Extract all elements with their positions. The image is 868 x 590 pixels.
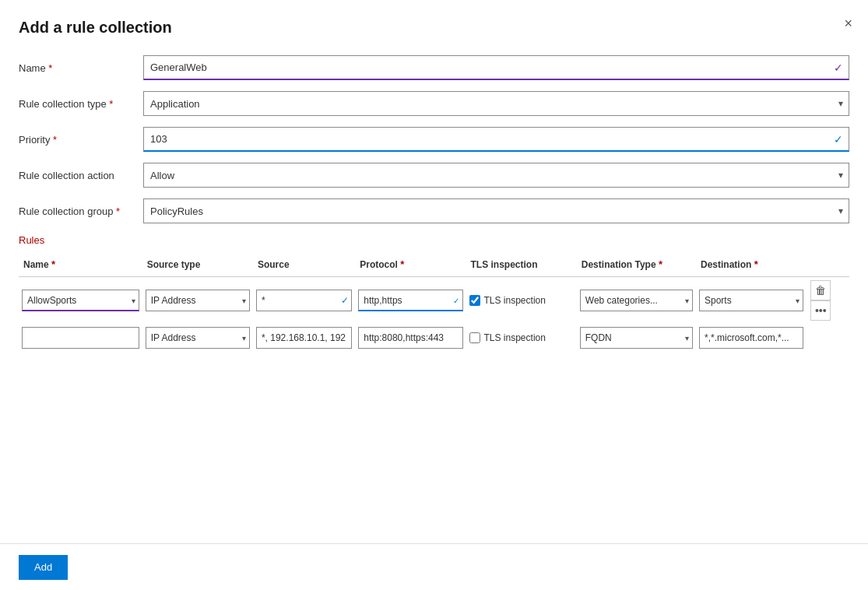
priority-label: Priority * [19,134,143,146]
rules-section-label: Rules [19,234,849,246]
col-header-source-type: Source type [142,255,253,277]
row1-source-cell: ✓ [253,277,355,325]
row2-name-input[interactable] [22,327,139,349]
row1-delete-button[interactable]: 🗑 [810,280,831,300]
row2-dest-type-cell: FQDN Web categories... ▾ [577,324,696,352]
rule-collection-action-label: Rule collection action [19,170,143,181]
dialog-title: Add a rule collection [19,19,849,37]
rules-header-row: Name * Source type Source Protocol * TLS… [19,255,849,277]
row1-tls-cell: TLS inspection [466,277,577,325]
row1-dest-select[interactable]: Sports [699,290,803,311]
row1-dest-type-wrap: Web categories... FQDN ▾ [580,290,693,311]
table-row: AllowSports ▾ IP Address ▾ [19,277,849,325]
row2-source-type-select[interactable]: IP Address [146,327,250,349]
row2-source-type-wrap: IP Address ▾ [146,327,250,349]
rule-collection-group-label: Rule collection group * [19,205,143,217]
col-header-dest-type: Destination Type * [577,255,696,277]
row2-actions-cell [807,324,849,352]
rule-collection-action-row: Rule collection action Allow Deny ▾ [19,163,849,188]
row2-dest-input[interactable] [699,327,803,349]
row1-more-button[interactable]: ••• [810,300,831,321]
name-row: Name * ✓ [19,55,849,80]
rule-collection-type-select-wrapper: Application Network ▾ [143,91,849,116]
row2-dest-cell [696,324,807,352]
rule-collection-type-row: Rule collection type * Application Netwo… [19,91,849,116]
row2-tls-label: TLS inspection [484,332,546,343]
dialog: × Add a rule collection Name * ✓ Rule co… [0,0,868,590]
col-header-tls: TLS inspection [466,255,577,277]
row2-source-input[interactable] [256,327,352,349]
row1-protocol-cell: http,https ✓ [355,277,466,325]
close-button[interactable]: × [844,16,852,32]
row1-name-select-wrap: AllowSports ▾ [22,290,139,311]
row2-dest-type-select[interactable]: FQDN Web categories... [580,327,693,349]
priority-input-wrapper: ✓ [143,127,849,152]
col-header-actions [807,255,849,277]
row1-dest-type-cell: Web categories... FQDN ▾ [577,277,696,325]
row1-tls-label: TLS inspection [484,295,546,306]
row1-tls-checkbox[interactable] [469,295,480,306]
row1-source-type-cell: IP Address ▾ [142,277,253,325]
footer: Add [0,543,868,590]
add-button[interactable]: Add [19,555,68,580]
row1-source-input[interactable] [256,290,352,311]
priority-input[interactable] [143,127,849,152]
priority-row: Priority * ✓ [19,127,849,152]
row2-tls-cell: TLS inspection [466,324,577,352]
row1-name-cell: AllowSports ▾ [19,277,142,325]
rules-section: Rules Name * Source type Source Protocol… [19,234,849,352]
row2-tls-wrap: TLS inspection [469,332,574,343]
name-check-icon: ✓ [834,61,843,74]
row1-source-wrap: ✓ [256,290,352,311]
name-label: Name * [19,62,143,74]
row1-dest-cell: Sports ▾ [696,277,807,325]
row1-name-select[interactable]: AllowSports [22,290,139,311]
row1-dest-type-select[interactable]: Web categories... FQDN [580,290,693,311]
rule-collection-group-row: Rule collection group * PolicyRules ▾ [19,198,849,223]
col-header-source: Source [253,255,355,277]
priority-check-icon: ✓ [834,133,843,146]
row1-dest-wrap: Sports ▾ [699,290,803,311]
table-row: IP Address ▾ TLS inspect [19,324,849,352]
row2-source-type-cell: IP Address ▾ [142,324,253,352]
col-header-name: Name * [19,255,142,277]
row2-name-cell [19,324,142,352]
row2-protocol-cell [355,324,466,352]
rule-collection-action-select[interactable]: Allow Deny [143,163,849,188]
name-input-wrapper: ✓ [143,55,849,80]
row1-protocol-select[interactable]: http,https [358,290,462,311]
row1-protocol-wrap: http,https ✓ [358,290,462,311]
col-header-protocol: Protocol * [355,255,466,277]
rule-collection-group-select-wrapper: PolicyRules ▾ [143,198,849,223]
rule-collection-type-select[interactable]: Application Network [143,91,849,116]
row1-source-check-icon: ✓ [341,295,349,306]
name-input[interactable] [143,55,849,80]
rule-collection-action-select-wrapper: Allow Deny ▾ [143,163,849,188]
col-header-dest: Destination * [696,255,807,277]
row2-protocol-input[interactable] [358,327,462,349]
rule-collection-type-label: Rule collection type * [19,98,143,110]
row1-source-type-select[interactable]: IP Address [146,290,250,311]
row1-actions-cell: 🗑 ••• [807,277,849,325]
rules-table: Name * Source type Source Protocol * TLS… [19,255,849,352]
rule-collection-group-select[interactable]: PolicyRules [143,198,849,223]
row2-tls-checkbox[interactable] [469,332,480,343]
row2-dest-type-wrap: FQDN Web categories... ▾ [580,327,693,349]
row2-source-cell [253,324,355,352]
row1-tls-wrap: TLS inspection [469,295,574,306]
row1-source-type-wrap: IP Address ▾ [146,290,250,311]
